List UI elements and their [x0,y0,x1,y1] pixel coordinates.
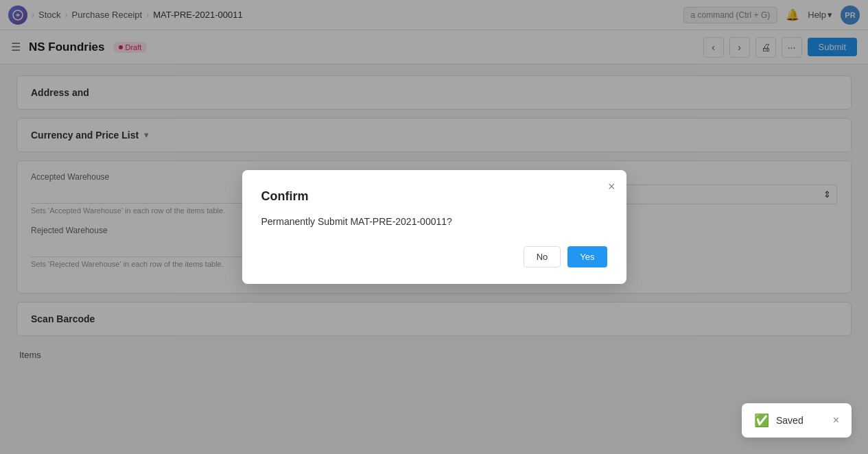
check-icon: ✅ [754,413,769,428]
modal-title: Confirm [261,189,607,204]
no-button[interactable]: No [524,246,561,267]
toast-message: Saved [776,415,804,426]
yes-button[interactable]: Yes [567,246,607,267]
toast-close-button[interactable]: × [833,414,839,427]
modal-overlay[interactable]: Confirm × Permanently Submit MAT-PRE-202… [0,0,868,454]
modal-footer: No Yes [261,246,607,267]
modal-body: Permanently Submit MAT-PRE-2021-00011? [261,216,607,227]
modal-close-button[interactable]: × [608,180,615,194]
toast-notification: ✅ Saved × [742,403,852,438]
confirm-modal: Confirm × Permanently Submit MAT-PRE-202… [242,170,626,284]
